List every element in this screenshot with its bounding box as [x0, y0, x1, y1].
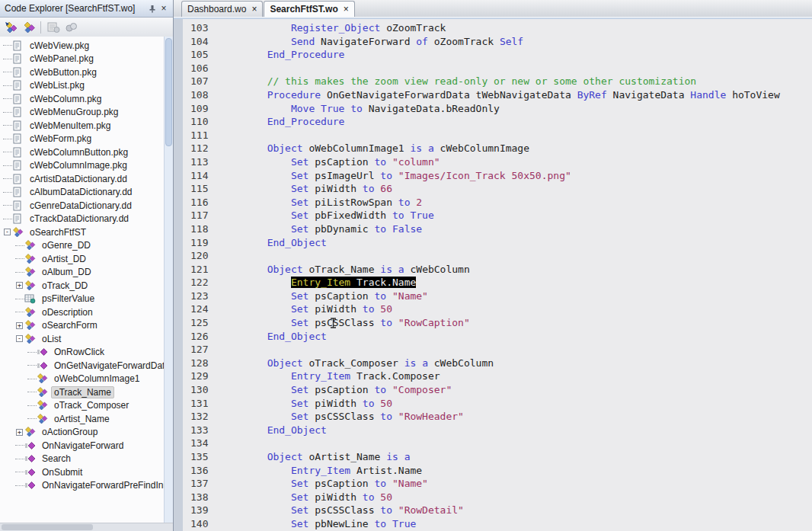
tree-item-psFilterValue[interactable]: psFilterValue	[0, 293, 165, 306]
line-number[interactable]: 126	[183, 330, 219, 344]
line-number[interactable]: 104	[183, 35, 219, 49]
code-editor[interactable]: 103 Register_Object oZoomTrack104 Send N…	[174, 19, 812, 531]
line-number[interactable]: 108	[183, 88, 219, 102]
line-number[interactable]: 115	[183, 182, 219, 196]
line-text[interactable]: Set piWidth to 50	[219, 302, 392, 316]
class-diamonds-refresh-icon[interactable]	[4, 21, 18, 34]
tree-item-cWebMenuGroup.pkg[interactable]: cWebMenuGroup.pkg	[0, 106, 165, 120]
code-line[interactable]: 116 Set piListRowSpan to 2	[183, 196, 812, 210]
line-text[interactable]: Set psCaption to "column"	[219, 155, 440, 169]
line-text[interactable]: Send NavigateForward of oZoomTrack Self	[219, 35, 523, 49]
tree-item-oSearchFtfST[interactable]: -oSearchFtfST	[0, 226, 165, 239]
tree-item-cWebButton.pkg[interactable]: cWebButton.pkg	[0, 66, 165, 79]
tree-item-OnGetNavigateForwardData[interactable]: OnGetNavigateForwardData	[0, 359, 165, 373]
code-line[interactable]: 138 Set piWidth to 50	[183, 491, 812, 504]
tree-item-cWebColumnButton.pkg[interactable]: cWebColumnButton.pkg	[0, 146, 165, 159]
line-number[interactable]: 125	[183, 316, 219, 330]
tree-item-OnNavigateForward[interactable]: OnNavigateForward	[0, 439, 165, 453]
line-text[interactable]: Object oTrack_Name is a cWebColumn	[219, 263, 470, 277]
code-line[interactable]: 127	[183, 343, 812, 357]
tree-horizontal-scrollbar[interactable]	[0, 523, 173, 531]
line-number[interactable]: 138	[183, 491, 219, 504]
code-line[interactable]: 136 Entry_Item Artist.Name	[183, 464, 812, 478]
line-text[interactable]: End_Procedure	[219, 48, 344, 62]
line-text[interactable]: Set psCaption to "Name"	[219, 477, 428, 491]
line-text[interactable]: Move True to NavigateData.bReadOnly	[219, 102, 500, 116]
line-number[interactable]: 107	[183, 75, 219, 88]
line-number[interactable]: 137	[183, 477, 219, 491]
pin-icon[interactable]	[145, 2, 158, 14]
line-text[interactable]: Object oArtist_Name is a	[219, 450, 410, 464]
tree-item-cWebView.pkg[interactable]: cWebView.pkg	[0, 39, 165, 53]
line-number[interactable]: 128	[183, 357, 219, 370]
close-icon[interactable]: ×	[158, 2, 170, 14]
line-number[interactable]: 134	[183, 437, 219, 450]
tree-item-oArtist_DD[interactable]: oArtist_DD	[0, 252, 165, 266]
line-text[interactable]: Set piWidth to 66	[219, 182, 392, 196]
line-number[interactable]: 122	[183, 276, 219, 289]
tree-item-OnSubmit[interactable]: OnSubmit	[0, 465, 165, 479]
code-line[interactable]: 135 Object oArtist_Name is a	[183, 450, 812, 464]
breakpoint-gutter[interactable]	[174, 19, 183, 531]
code-line[interactable]: 112 Object oWebColumnImage1 is a cWebCol…	[183, 142, 812, 155]
line-number[interactable]: 130	[183, 383, 219, 397]
code-line[interactable]: 125 Set psCSSClass to "RowCaption"	[183, 316, 812, 330]
line-number[interactable]: 109	[183, 102, 219, 116]
line-text[interactable]: Set pbFixedWidth to True	[219, 209, 434, 222]
line-text[interactable]: Procedure OnGetNavigateForwardData tWebN…	[219, 88, 780, 102]
tree-item-oDescription[interactable]: oDescription	[0, 305, 165, 319]
line-number[interactable]: 133	[183, 424, 219, 437]
line-text[interactable]: Set piWidth to 50	[219, 397, 392, 411]
tree-item-oWebColumnImage1[interactable]: oWebColumnImage1	[0, 373, 165, 386]
tree-item-oActionGroup[interactable]: +oActionGroup	[0, 426, 165, 440]
code-line[interactable]: 131 Set piWidth to 50	[183, 397, 812, 411]
collapse-icon[interactable]: -	[16, 335, 23, 342]
line-number[interactable]: 136	[183, 464, 219, 478]
tree-item-cWebPanel.pkg[interactable]: cWebPanel.pkg	[0, 53, 165, 66]
line-text[interactable]: Set pbNewLine to True	[219, 517, 416, 531]
tree-item-cTrackDataDictionary.dd[interactable]: cTrackDataDictionary.dd	[0, 213, 165, 226]
line-text[interactable]: End_Object	[219, 236, 327, 250]
line-number[interactable]: 120	[183, 249, 219, 263]
code-line[interactable]: 123 Set psCaption to "Name"	[183, 289, 812, 303]
line-number[interactable]: 131	[183, 397, 219, 411]
code-line[interactable]: 119 End_Object	[183, 236, 812, 250]
tree-item-oTrack_Composer[interactable]: oTrack_Composer	[0, 399, 165, 413]
properties-list-icon[interactable]	[46, 21, 60, 34]
tree-item-oTrack_DD[interactable]: +oTrack_DD	[0, 279, 165, 293]
tab-dashboard[interactable]: Dashboard.wo ×	[181, 1, 263, 17]
tree-item-cAlbumDataDictionary.dd[interactable]: cAlbumDataDictionary.dd	[0, 186, 165, 200]
linked-spheres-icon[interactable]	[64, 21, 78, 34]
line-text[interactable]: Object oWebColumnImage1 is a cWebColumnI…	[219, 142, 529, 155]
scrollbar-thumb[interactable]	[2, 524, 93, 530]
line-number[interactable]: 105	[183, 48, 219, 62]
tree-item-cWebForm.pkg[interactable]: cWebForm.pkg	[0, 133, 165, 146]
line-number[interactable]: 112	[183, 142, 219, 155]
line-number[interactable]: 116	[183, 196, 219, 210]
line-text[interactable]: Entry_Item Track.Composer	[219, 369, 440, 383]
tree-item-cGenreDataDictionary.dd[interactable]: cGenreDataDictionary.dd	[0, 199, 165, 213]
tree-item-oAlbum_DD[interactable]: oAlbum_DD	[0, 266, 165, 280]
code-line[interactable]: 114 Set psImageUrl to "Images/Icon_Track…	[183, 169, 812, 183]
line-number[interactable]: 132	[183, 410, 219, 424]
tree-item-Search[interactable]: Search	[0, 453, 165, 466]
line-text[interactable]: Entry_Item Track.Name	[219, 276, 416, 289]
collapse-icon[interactable]: -	[4, 229, 11, 235]
line-number[interactable]: 127	[183, 343, 219, 357]
line-text[interactable]: Set pbDynamic to False	[219, 222, 422, 236]
code-line[interactable]: 103 Register_Object oZoomTrack	[183, 21, 812, 35]
expand-icon[interactable]: +	[16, 322, 23, 329]
line-number[interactable]: 110	[183, 115, 219, 129]
tree-item-oSearchForm[interactable]: +oSearchForm	[0, 319, 165, 333]
line-text[interactable]: Object oTrack_Composer is a cWebColumn	[219, 357, 494, 370]
line-number[interactable]: 118	[183, 222, 219, 236]
line-text[interactable]: Set psImageUrl to "Images/Icon_Track 50x…	[219, 169, 571, 183]
code-line[interactable]: 113 Set psCaption to "column"	[183, 155, 812, 169]
code-line[interactable]: 134	[183, 437, 812, 450]
line-text[interactable]: Set psCSSClass to "RowDetail"	[219, 504, 464, 517]
line-text[interactable]: Entry_Item Artist.Name	[219, 464, 422, 478]
code-line[interactable]: 110 End_Procedure	[183, 115, 812, 129]
code-line[interactable]: 106	[183, 62, 812, 75]
line-number[interactable]: 139	[183, 504, 219, 517]
line-text[interactable]: End_Object	[219, 330, 327, 344]
